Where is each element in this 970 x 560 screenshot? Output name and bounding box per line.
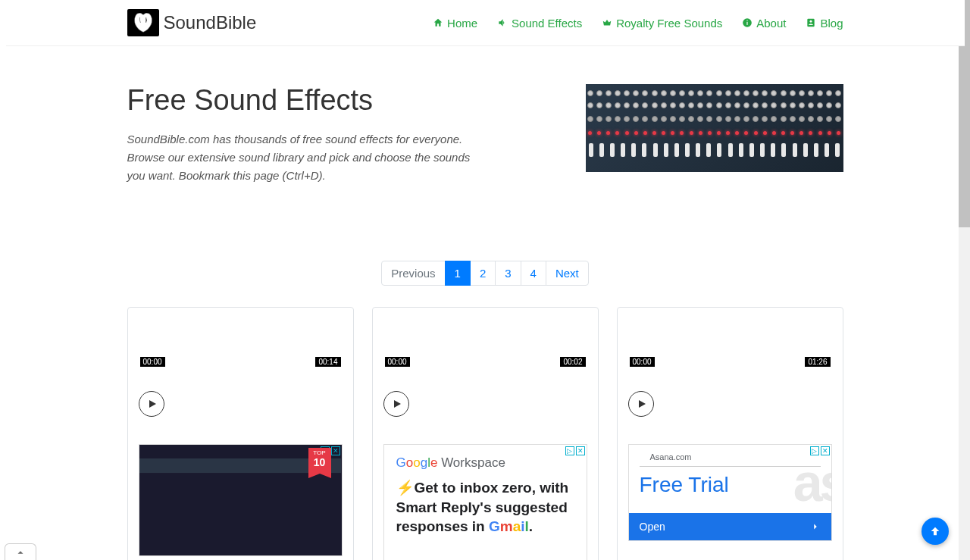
pagination-page-3[interactable]: 3	[495, 261, 521, 286]
waveform[interactable]: for(let i=0;i<90;i++){let h=8+Math.abs(M…	[139, 318, 343, 386]
waveform[interactable]: for(let i=0;i<90;i++){let h=7+Math.abs(M…	[628, 318, 832, 386]
volume-icon	[497, 17, 508, 28]
nav-effects-label: Sound Effects	[512, 17, 582, 30]
pagination: Previous 1 2 3 4 Next	[6, 261, 965, 286]
info-icon	[742, 17, 753, 28]
pagination-page-4[interactable]: 4	[521, 261, 546, 286]
bottom-expand-tab[interactable]	[5, 543, 36, 560]
pagination-next[interactable]: Next	[546, 261, 589, 286]
sound-card: for(let i=0;i<90;i++){let h=8+Math.abs(M…	[127, 307, 354, 560]
hero-image: for(let i=0;i<28;i++)document.write('<di…	[586, 84, 843, 172]
ad-brand: Google Workspace	[396, 455, 574, 471]
ad-domain: Asana.com	[640, 445, 821, 467]
person-icon	[806, 17, 816, 28]
nav-blog[interactable]: Blog	[806, 17, 843, 30]
ad-headline: ⚡Get to inbox zero, with Smart Reply's s…	[396, 478, 574, 537]
pagination-page-2[interactable]: 2	[470, 261, 496, 286]
scroll-to-top-button[interactable]	[922, 518, 949, 545]
play-button[interactable]	[628, 391, 654, 417]
pagination-page-1[interactable]: 1	[445, 261, 471, 286]
time-end: 00:14	[315, 357, 340, 367]
time-start: 00:00	[385, 357, 410, 367]
crown-icon	[602, 17, 612, 28]
nav-sound-effects[interactable]: Sound Effects	[497, 17, 582, 30]
badge-num: 10	[308, 457, 331, 468]
logo-text: SoundBible	[164, 12, 257, 33]
ad-asana[interactable]: ▷✕ as Asana.com Free Trial Open	[628, 444, 832, 541]
nav-blog-label: Blog	[820, 17, 843, 30]
nav-about-label: About	[756, 17, 786, 30]
time-end: 00:02	[560, 357, 585, 367]
home-icon	[433, 17, 443, 28]
nav-royalty-free[interactable]: Royalty Free Sounds	[602, 17, 722, 30]
sound-cards: for(let i=0;i<90;i++){let h=8+Math.abs(M…	[6, 307, 965, 560]
ad-google-workspace[interactable]: ▷✕ Google Workspace ⚡Get to inbox zero, …	[383, 444, 587, 560]
page-title: Free Sound Effects	[127, 84, 559, 117]
sound-card: for(let i=0;i<90;i++){let h=6+Math.abs(M…	[372, 307, 599, 560]
play-button[interactable]	[139, 391, 164, 417]
page-description: SoundBible.com has thousands of free sou…	[127, 130, 476, 185]
top10-badge: TOP 10	[308, 448, 331, 474]
svg-rect-2	[747, 20, 748, 21]
logo[interactable]: SoundBible	[127, 9, 257, 36]
nav-about[interactable]: About	[742, 17, 786, 30]
arrow-up-icon	[929, 525, 941, 537]
time-end: 01:26	[805, 357, 830, 367]
ad-info-close[interactable]: ▷✕	[565, 446, 585, 455]
play-icon	[637, 399, 646, 408]
ad-title: Free Trial	[629, 467, 831, 503]
ad-cta-button[interactable]: Open	[629, 513, 831, 540]
navbar: SoundBible Home Sound Effects Royalty Fr…	[6, 0, 965, 46]
svg-rect-3	[808, 19, 815, 27]
time-start: 00:00	[630, 357, 655, 367]
hero-section: Free Sound Effects SoundBible.com has th…	[6, 46, 965, 208]
nav-royalty-label: Royalty Free Sounds	[616, 17, 722, 30]
nav-home-label: Home	[447, 17, 477, 30]
ad-cta-label: Open	[640, 521, 665, 533]
play-icon	[393, 399, 402, 408]
play-icon	[148, 399, 157, 408]
time-start: 00:00	[140, 357, 165, 367]
logo-icon	[127, 9, 159, 36]
sound-card: for(let i=0;i<90;i++){let h=7+Math.abs(M…	[617, 307, 843, 560]
svg-point-4	[810, 20, 812, 23]
play-button[interactable]	[383, 391, 409, 417]
nav-links: Home Sound Effects Royalty Free Sounds A…	[433, 17, 843, 30]
pagination-previous[interactable]: Previous	[381, 261, 445, 286]
chevron-right-icon	[810, 521, 821, 532]
ad-audio-editor[interactable]: ▷✕ for(let i=0;i<140;i++){let h=2+Math.a…	[139, 444, 343, 556]
waveform[interactable]: for(let i=0;i<90;i++){let h=6+Math.abs(M…	[383, 318, 587, 386]
nav-home[interactable]: Home	[433, 17, 477, 30]
chevron-up-icon	[15, 547, 26, 558]
svg-rect-1	[747, 22, 748, 25]
ad-brand-suffix: Workspace	[441, 455, 505, 470]
ad-text-prefix: Get to inbox zero, with Smart Reply's su…	[396, 480, 569, 534]
